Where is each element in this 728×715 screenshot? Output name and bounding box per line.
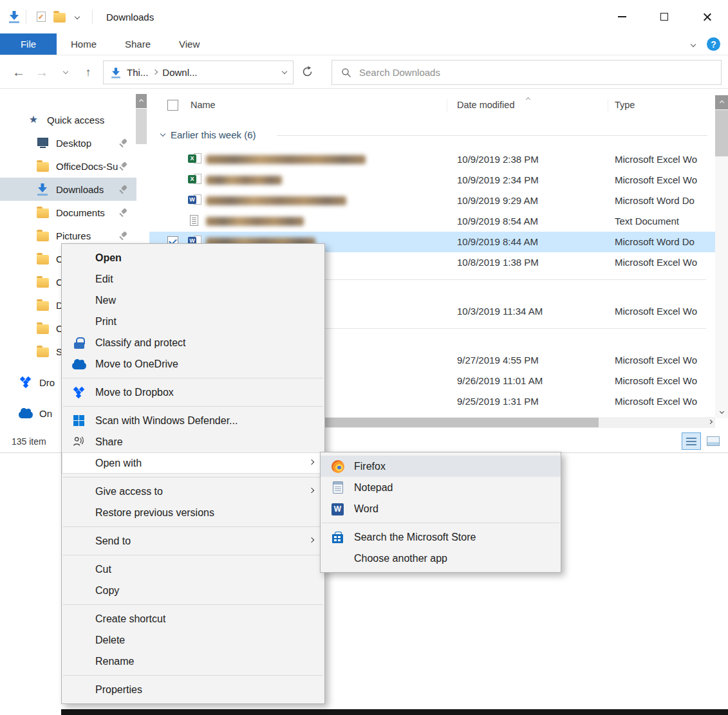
thumbnail-view-button[interactable]: [704, 432, 723, 450]
menu-item-label: Share: [95, 436, 123, 448]
menu-item-restore-previous-versions[interactable]: Restore previous versions: [62, 502, 324, 523]
open-with-item-search-the-microsoft-store[interactable]: Search the Microsoft Store: [321, 526, 561, 548]
column-date-modified[interactable]: Date modified: [457, 100, 514, 110]
menu-separator: [63, 675, 323, 676]
file-row[interactable]: 10/9/2019 8:54 AMText Document: [149, 211, 715, 232]
submenu-arrow-icon: [309, 537, 314, 543]
breadcrumb-this-pc[interactable]: Thi...: [127, 67, 148, 78]
group-header[interactable]: Earlier this week (6): [161, 126, 256, 143]
sidebar-item-downloads[interactable]: Downloads: [0, 178, 136, 201]
file-type: Microsoft Excel Wo: [615, 257, 713, 268]
file-type: Microsoft Excel Wo: [615, 154, 713, 165]
sidebar-item-documents[interactable]: Documents: [0, 201, 136, 224]
ribbon-collapse-icon[interactable]: [691, 41, 696, 46]
collapse-group-icon: [160, 131, 165, 136]
menu-item-create-shortcut[interactable]: Create shortcut: [62, 608, 324, 629]
menu-item-move-to-onedrive[interactable]: Move to OneDrive: [62, 353, 324, 375]
menu-item-give-access-to[interactable]: Give access to: [62, 481, 324, 502]
open-with-item-notepad[interactable]: Notepad: [321, 477, 561, 498]
menu-item-open[interactable]: Open: [62, 247, 324, 268]
file-type: Microsoft Word Do: [615, 236, 713, 247]
window-controls: [601, 0, 728, 33]
menu-item-cut[interactable]: Cut: [62, 559, 324, 580]
sidebar-item-label: Documents: [56, 207, 105, 218]
menu-item-delete[interactable]: Delete: [62, 629, 324, 651]
menu-item-new[interactable]: New: [62, 290, 324, 311]
file-date-modified: 10/9/2019 9:29 AM: [457, 195, 538, 206]
file-type: Microsoft Excel Wo: [615, 375, 713, 386]
file-row[interactable]: 10/9/2019 9:29 AMMicrosoft Word Do: [149, 190, 715, 211]
sidebar-scrollbar[interactable]: [136, 94, 147, 144]
sidebar-item-desktop[interactable]: Desktop: [0, 131, 136, 154]
menu-item-properties[interactable]: Properties: [62, 679, 324, 700]
qat-customize-button[interactable]: [68, 6, 86, 27]
tab-file[interactable]: File: [0, 33, 57, 55]
menu-item-copy[interactable]: Copy: [62, 580, 324, 601]
tab-share[interactable]: Share: [111, 33, 165, 55]
menu-item-classify-and-protect[interactable]: Classify and protect: [62, 332, 324, 353]
firefox-icon: [329, 458, 346, 475]
sidebar-item-quick-access[interactable]: Quick access: [0, 108, 136, 131]
sidebar-item-label: Quick access: [47, 115, 104, 125]
refresh-button[interactable]: [301, 66, 313, 78]
back-button[interactable]: [9, 55, 28, 89]
h-scroll-thumb[interactable]: [315, 418, 599, 427]
menu-item-label: Send to: [95, 535, 131, 547]
sidebar-scroll-up-button[interactable]: [136, 94, 147, 108]
menu-item-scan-with-windows-defender[interactable]: Scan with Windows Defender...: [62, 410, 324, 431]
file-date-modified: 10/8/2019 1:38 PM: [457, 257, 539, 268]
menu-item-edit[interactable]: Edit: [62, 268, 324, 290]
vertical-scrollbar[interactable]: [715, 95, 728, 418]
column-type[interactable]: Type: [615, 100, 635, 110]
menu-item-label: Search the Microsoft Store: [354, 532, 476, 543]
chevron-up-icon: [719, 100, 723, 104]
tab-home[interactable]: Home: [57, 33, 111, 55]
menu-item-share[interactable]: Share: [62, 431, 324, 452]
menu-separator: [63, 526, 323, 527]
forward-button[interactable]: [32, 55, 51, 89]
scroll-up-button[interactable]: [715, 95, 728, 109]
open-with-item-choose-another-app[interactable]: Choose another app: [321, 548, 561, 569]
open-with-item-firefox[interactable]: Firefox: [321, 456, 561, 477]
sidebar-item-officedocs-su[interactable]: OfficeDocs-Su: [0, 154, 136, 178]
qat-new-folder-button[interactable]: [50, 6, 68, 27]
menu-item-open-with[interactable]: Open with: [62, 452, 324, 474]
search-input[interactable]: [359, 67, 712, 78]
minimize-button[interactable]: [601, 0, 643, 33]
menu-item-rename[interactable]: Rename: [62, 651, 324, 672]
address-bar[interactable]: Thi... Downl...: [103, 60, 294, 84]
file-row[interactable]: 10/9/2019 2:38 PMMicrosoft Excel Wo: [149, 149, 715, 170]
scroll-down-button[interactable]: [715, 404, 728, 418]
menu-item-print[interactable]: Print: [62, 311, 324, 332]
search-box[interactable]: [331, 60, 722, 85]
file-row[interactable]: 10/9/2019 2:34 PMMicrosoft Excel Wo: [149, 170, 715, 190]
tab-view[interactable]: View: [165, 33, 214, 55]
maximize-button[interactable]: [643, 0, 686, 33]
titlebar[interactable]: Downloads: [0, 0, 728, 33]
menu-item-label: Scan with Windows Defender...: [95, 415, 238, 427]
minimize-icon: [618, 16, 626, 17]
menu-item-move-to-dropbox[interactable]: Move to Dropbox: [62, 382, 324, 403]
qat-properties-button[interactable]: [32, 6, 50, 27]
column-name[interactable]: Name: [191, 100, 216, 110]
pin-icon: [118, 231, 127, 240]
scroll-right-icon[interactable]: [708, 420, 713, 424]
recent-locations-icon[interactable]: [63, 69, 68, 74]
v-scroll-thumb[interactable]: [715, 110, 728, 156]
help-button[interactable]: [707, 37, 720, 51]
address-dropdown-icon[interactable]: [282, 69, 287, 74]
desktop-icon: [35, 138, 50, 148]
open-with-item-word[interactable]: Word: [321, 498, 561, 519]
menu-separator: [63, 378, 323, 378]
menu-item-label: Cut: [95, 564, 111, 575]
sidebar-scroll-thumb[interactable]: [136, 109, 147, 144]
folder-icon: [35, 277, 50, 288]
close-button[interactable]: [686, 0, 728, 33]
menu-item-label: Word: [354, 503, 378, 515]
details-view-button[interactable]: [682, 432, 701, 450]
select-all-checkbox[interactable]: [167, 100, 178, 111]
download-icon: [35, 183, 50, 196]
up-button[interactable]: [79, 55, 98, 89]
breadcrumb-downloads[interactable]: Downl...: [162, 67, 197, 78]
menu-item-send-to[interactable]: Send to: [62, 530, 324, 552]
